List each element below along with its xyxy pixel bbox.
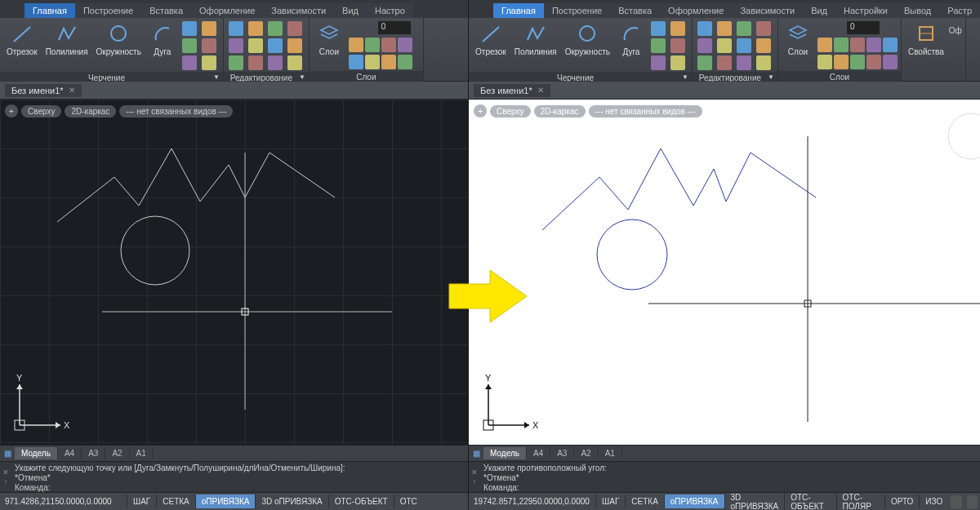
mini-icon[interactable]: [248, 38, 263, 53]
mini-icon[interactable]: [670, 38, 685, 53]
mini-icon[interactable]: [287, 55, 302, 70]
mini-icon[interactable]: [697, 21, 712, 36]
tool-polyline[interactable]: Полилиния: [511, 20, 560, 58]
mini-icon[interactable]: [834, 55, 849, 69]
mini-icon[interactable]: [737, 21, 751, 36]
cmd-handle-icon[interactable]: ✕›: [0, 462, 11, 492]
mini-icon[interactable]: [182, 21, 197, 36]
close-icon[interactable]: ✕: [537, 86, 544, 95]
mini-icon[interactable]: [229, 55, 243, 70]
sb-iso[interactable]: ИЗО: [919, 494, 948, 508]
sb-osnap[interactable]: оПРИВЯЗКА: [664, 494, 724, 508]
viewport-left[interactable]: + Сверху 2D-каркас --- нет связанных вид…: [0, 100, 468, 445]
tool-segment[interactable]: Отрезок: [472, 20, 510, 58]
mini-icon[interactable]: [202, 21, 216, 36]
status-icon[interactable]: [967, 495, 978, 508]
chevron-down-icon[interactable]: ▼: [299, 73, 305, 81]
mini-icon[interactable]: [381, 38, 396, 52]
mini-icon[interactable]: [697, 38, 712, 53]
tab-output[interactable]: Вывод: [896, 3, 939, 18]
layout-a4[interactable]: A4: [527, 447, 550, 459]
mini-icon[interactable]: [817, 38, 832, 52]
mini-icon[interactable]: [248, 21, 263, 36]
mini-icon[interactable]: [737, 55, 751, 70]
tab-home[interactable]: Главная: [24, 3, 75, 18]
mini-icon[interactable]: [268, 21, 283, 36]
mini-icon[interactable]: [651, 21, 666, 36]
mini-icon[interactable]: [756, 21, 771, 36]
chevron-down-icon[interactable]: ▼: [768, 73, 774, 81]
tool-polyline[interactable]: Полилиния: [42, 20, 91, 58]
cmd-handle-icon[interactable]: ✕›: [469, 462, 480, 492]
tool-circle[interactable]: Окружность: [562, 20, 613, 58]
close-icon[interactable]: ✕: [69, 86, 75, 95]
mini-icon[interactable]: [717, 55, 732, 70]
layout-model[interactable]: Модель: [483, 447, 527, 459]
layout-a2[interactable]: A2: [105, 447, 129, 459]
mini-icon[interactable]: [651, 55, 666, 70]
layout-a4[interactable]: A4: [58, 447, 82, 459]
mini-icon[interactable]: [202, 38, 216, 53]
status-icon[interactable]: [951, 495, 961, 508]
layer-name[interactable]: 0: [378, 21, 411, 34]
mini-icon[interactable]: [756, 38, 771, 53]
layout-handle-icon[interactable]: ▦: [469, 449, 483, 458]
mini-icon[interactable]: [349, 55, 363, 69]
mini-icon[interactable]: [816, 21, 829, 34]
doc-tab[interactable]: Без имени1* ✕: [5, 84, 82, 97]
mini-icon[interactable]: [866, 38, 881, 52]
tab-settings[interactable]: Настро: [367, 3, 413, 18]
tab-insert[interactable]: Вставка: [141, 3, 191, 18]
tab-format[interactable]: Оформление: [660, 3, 732, 18]
mini-icon[interactable]: [229, 21, 243, 36]
tab-view[interactable]: Вид: [803, 3, 835, 18]
tab-settings[interactable]: Настройки: [835, 3, 896, 18]
mini-icon[interactable]: [831, 21, 844, 34]
tool-arc[interactable]: Дуга: [615, 20, 648, 58]
sb-snap[interactable]: ШАГ: [127, 494, 156, 508]
chevron-down-icon[interactable]: ▼: [213, 73, 220, 81]
sb-3dosnap[interactable]: 3D оПРИВЯЗКА: [255, 494, 327, 508]
tab-deps[interactable]: Зависимости: [732, 3, 803, 18]
bulb-icon[interactable]: [347, 21, 360, 34]
tab-view[interactable]: Вид: [334, 3, 367, 18]
tool-segment[interactable]: Отрезок: [3, 20, 41, 58]
layout-a3[interactable]: A3: [550, 447, 574, 459]
mini-icon[interactable]: [398, 55, 412, 69]
sb-snap[interactable]: ШАГ: [595, 494, 625, 508]
mini-icon[interactable]: [268, 55, 283, 70]
mini-icon[interactable]: [817, 55, 832, 69]
sb-3dosnap[interactable]: 3D оПРИВЯЗКА: [724, 490, 785, 511]
mini-icon[interactable]: [349, 38, 363, 52]
tab-format[interactable]: Оформление: [191, 3, 263, 18]
mini-icon[interactable]: [651, 38, 666, 53]
sb-otspolar[interactable]: ОТС-ПОЛЯР: [836, 490, 884, 511]
mini-icon[interactable]: [883, 55, 898, 69]
sb-ots[interactable]: ОТС: [394, 494, 423, 508]
layout-handle-icon[interactable]: ▦: [0, 449, 15, 458]
sb-otsobj[interactable]: ОТС-ОБЪЕКТ: [784, 490, 835, 511]
tab-build[interactable]: Построение: [75, 3, 141, 18]
mini-icon[interactable]: [883, 38, 898, 52]
command-text[interactable]: Укажите следующую точку или [Дуга/Замкну…: [11, 462, 468, 492]
layout-model[interactable]: Модель: [15, 447, 58, 459]
mini-icon[interactable]: [365, 55, 380, 69]
command-text[interactable]: Укажите противоположный угол: *Отмена* К…: [480, 462, 980, 492]
chevron-down-icon[interactable]: ▼: [682, 73, 688, 81]
mini-icon[interactable]: [670, 21, 685, 36]
mini-icon[interactable]: [697, 55, 712, 70]
mini-icon[interactable]: [737, 38, 751, 53]
tab-home[interactable]: Главная: [493, 3, 544, 18]
mini-icon[interactable]: [834, 38, 849, 52]
mini-icon[interactable]: [670, 55, 685, 70]
mini-icon[interactable]: [381, 55, 396, 69]
mini-icon[interactable]: [850, 38, 865, 52]
tab-insert[interactable]: Вставка: [610, 3, 660, 18]
viewport-right[interactable]: + Сверху 2D-каркас --- нет связанных вид…: [469, 100, 980, 445]
tool-layers[interactable]: Слои: [313, 20, 345, 58]
mini-icon[interactable]: [717, 21, 732, 36]
mini-icon[interactable]: [287, 21, 302, 36]
layout-a1[interactable]: A1: [599, 447, 622, 459]
tool-circle[interactable]: Окружность: [93, 20, 145, 58]
tab-build[interactable]: Построение: [544, 3, 610, 18]
